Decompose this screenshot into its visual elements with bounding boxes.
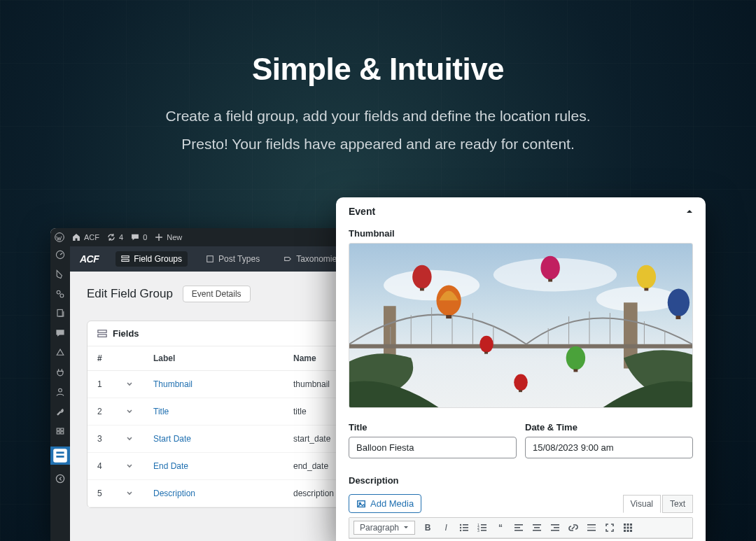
add-media-button[interactable]: Add Media bbox=[349, 494, 421, 513]
italic-icon[interactable]: I bbox=[440, 522, 451, 533]
blockquote-icon[interactable]: “ bbox=[495, 522, 506, 533]
align-left-icon[interactable] bbox=[513, 522, 524, 533]
svg-rect-48 bbox=[573, 369, 578, 372]
hero-title: Simple & Intuitive bbox=[0, 52, 756, 87]
pages-icon[interactable] bbox=[55, 308, 66, 319]
format-select[interactable]: Paragraph bbox=[354, 521, 415, 535]
wp-sidebar bbox=[50, 246, 70, 541]
bullet-list-icon[interactable] bbox=[458, 522, 470, 533]
svg-rect-44 bbox=[519, 390, 522, 392]
svg-point-57 bbox=[460, 527, 461, 528]
svg-point-19 bbox=[384, 270, 479, 301]
posts-icon[interactable] bbox=[55, 269, 66, 280]
svg-rect-58 bbox=[463, 527, 468, 528]
users-icon[interactable] bbox=[55, 386, 66, 398]
svg-rect-16 bbox=[207, 256, 214, 262]
chevron-down-icon[interactable] bbox=[125, 380, 134, 388]
field-label-link[interactable]: Start Date bbox=[153, 434, 293, 444]
settings-icon[interactable] bbox=[55, 426, 66, 437]
svg-rect-81 bbox=[630, 524, 632, 526]
field-label-link[interactable]: Thumbnail bbox=[153, 379, 293, 389]
svg-rect-83 bbox=[627, 527, 629, 529]
comments-menu-icon[interactable] bbox=[55, 328, 66, 339]
tab-text[interactable]: Text bbox=[662, 495, 693, 513]
title-label: Title bbox=[349, 422, 517, 433]
svg-rect-60 bbox=[463, 530, 468, 531]
refresh-icon bbox=[106, 232, 116, 242]
svg-point-47 bbox=[566, 346, 585, 370]
tab-post-types[interactable]: Post Types bbox=[200, 251, 265, 267]
svg-rect-87 bbox=[630, 530, 632, 532]
site-link[interactable]: ACF bbox=[71, 232, 99, 242]
caret-up-icon[interactable] bbox=[686, 208, 693, 215]
acf-menu-icon[interactable] bbox=[50, 447, 70, 465]
link-icon[interactable] bbox=[568, 522, 579, 533]
numbered-list-icon[interactable]: 123 bbox=[477, 522, 488, 533]
svg-rect-71 bbox=[534, 527, 540, 528]
media-icon bbox=[356, 499, 366, 509]
tools-icon[interactable] bbox=[55, 406, 66, 417]
event-panel-title: Event bbox=[349, 206, 375, 217]
svg-rect-46 bbox=[548, 279, 552, 282]
updates-link[interactable]: 4 bbox=[106, 232, 123, 242]
svg-rect-62 bbox=[481, 524, 486, 526]
appearance-icon[interactable] bbox=[55, 347, 66, 358]
field-label-link[interactable]: Description bbox=[153, 489, 293, 498]
svg-rect-75 bbox=[551, 530, 559, 531]
svg-rect-74 bbox=[554, 527, 559, 528]
svg-rect-17 bbox=[98, 330, 106, 332]
field-groups-icon bbox=[121, 255, 130, 263]
thumbnail-preview[interactable] bbox=[349, 243, 693, 408]
tab-field-groups[interactable]: Field Groups bbox=[115, 251, 188, 267]
field-label-link[interactable]: Title bbox=[153, 407, 293, 416]
svg-rect-4 bbox=[57, 309, 62, 316]
editor-toolbar: Paragraph B I 123 “ bbox=[349, 518, 692, 538]
hero-subtitle: Create a field group, add your fields an… bbox=[0, 102, 756, 158]
svg-rect-64 bbox=[481, 527, 486, 528]
svg-text:3: 3 bbox=[477, 528, 479, 533]
datetime-input[interactable] bbox=[525, 437, 693, 458]
svg-point-45 bbox=[540, 256, 559, 280]
chevron-down-icon[interactable] bbox=[125, 462, 134, 470]
post-types-icon bbox=[206, 255, 214, 263]
tab-visual[interactable]: Visual bbox=[623, 495, 661, 513]
wordpress-logo-icon[interactable] bbox=[55, 232, 64, 242]
plugins-icon[interactable] bbox=[55, 367, 66, 378]
chevron-down-icon[interactable] bbox=[125, 435, 134, 443]
svg-rect-38 bbox=[420, 288, 424, 290]
field-label-link[interactable]: End Date bbox=[153, 461, 293, 471]
comments-link[interactable]: 0 bbox=[130, 232, 147, 242]
caret-down-icon bbox=[403, 525, 409, 531]
toolbar-toggle-icon[interactable] bbox=[622, 522, 634, 533]
fields-icon bbox=[97, 329, 107, 339]
bold-icon[interactable]: B bbox=[422, 522, 433, 533]
svg-rect-11 bbox=[56, 451, 64, 454]
align-right-icon[interactable] bbox=[550, 522, 561, 533]
svg-rect-8 bbox=[57, 432, 59, 434]
date-label: Date & Time bbox=[525, 422, 693, 433]
align-center-icon[interactable] bbox=[531, 522, 542, 533]
chevron-down-icon[interactable] bbox=[125, 489, 134, 498]
collapse-icon[interactable] bbox=[55, 473, 66, 484]
svg-rect-73 bbox=[551, 524, 559, 526]
svg-rect-56 bbox=[463, 524, 468, 526]
svg-rect-40 bbox=[446, 315, 451, 318]
group-name-chip[interactable]: Event Details bbox=[183, 286, 251, 302]
svg-rect-15 bbox=[122, 260, 129, 262]
chevron-down-icon[interactable] bbox=[125, 407, 134, 416]
media-icon[interactable] bbox=[55, 288, 66, 300]
svg-rect-79 bbox=[624, 524, 626, 526]
event-panel-header[interactable]: Event bbox=[336, 197, 706, 224]
svg-rect-85 bbox=[624, 530, 626, 532]
new-link[interactable]: New bbox=[154, 232, 182, 242]
svg-rect-50 bbox=[644, 288, 648, 290]
fullscreen-icon[interactable] bbox=[604, 522, 615, 533]
dashboard-icon[interactable] bbox=[55, 249, 66, 260]
svg-point-43 bbox=[514, 374, 528, 391]
svg-rect-77 bbox=[587, 527, 596, 528]
insert-more-icon[interactable] bbox=[586, 522, 597, 533]
col-label: Label bbox=[153, 353, 293, 363]
svg-rect-24 bbox=[349, 344, 692, 349]
thumbnail-label: Thumbnail bbox=[349, 228, 693, 239]
title-input[interactable] bbox=[349, 437, 517, 458]
